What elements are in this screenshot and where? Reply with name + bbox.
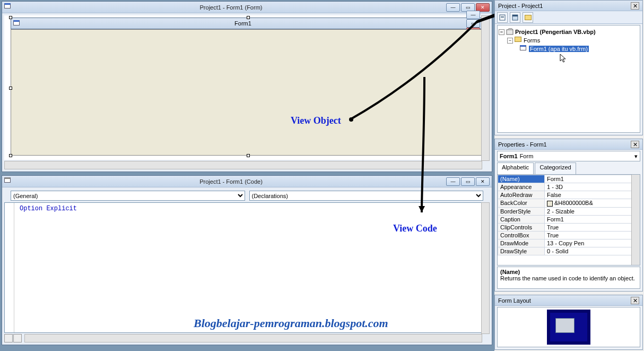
scrollbar-horizontal[interactable]: [4, 161, 482, 169]
mdi-client-area: Project1 - Form1 (Form) — ▭ ✕ Form1 — ▭ …: [0, 0, 494, 351]
form-layout-panel: Form Layout ✕: [494, 295, 643, 350]
form-layout-title: Form Layout: [498, 297, 631, 304]
svg-rect-6: [507, 30, 513, 35]
minimize-button[interactable]: —: [446, 177, 460, 186]
tree-project-node[interactable]: − Project1 (Pengertian VB.vbp): [499, 28, 639, 36]
annotation-view-code: View Code: [393, 223, 437, 234]
scrollbar-horizontal[interactable]: [24, 334, 482, 343]
form-dotgrid[interactable]: [11, 29, 483, 156]
form-preview-title: Form1: [20, 20, 466, 27]
property-row[interactable]: ClipControlsTrue: [498, 223, 640, 231]
project-panel-title: Project - Project1: [498, 3, 631, 9]
toggle-folders-button[interactable]: [523, 12, 533, 23]
object-selector[interactable]: Form1 Form ▾: [497, 151, 640, 161]
scrollbar-vertical[interactable]: [481, 15, 490, 161]
svg-rect-5: [512, 15, 518, 16]
designer-surface[interactable]: Form1 — ▭ ✕: [4, 15, 490, 160]
code-line: Option Explicit: [20, 205, 77, 212]
resize-handle[interactable]: [247, 154, 250, 157]
property-row[interactable]: DrawStyle0 - Solid: [498, 247, 640, 255]
form-icon: [4, 3, 13, 12]
object-combobox[interactable]: (General): [11, 191, 245, 201]
annotation-view-object: View Object: [291, 115, 341, 126]
property-row[interactable]: Appearance1 - 3D: [498, 183, 640, 191]
form-designer-titlebar[interactable]: Project1 - Form1 (Form) — ▭ ✕: [2, 2, 492, 13]
code-window-titlebar[interactable]: Project1 - Form1 (Code) — ▭ ✕: [2, 176, 492, 187]
maximize-button[interactable]: ▭: [461, 177, 475, 186]
property-row[interactable]: BorderStyle2 - Sizable: [498, 207, 640, 215]
view-object-button[interactable]: [510, 12, 520, 23]
close-button[interactable]: ✕: [476, 177, 490, 186]
tab-categorized[interactable]: Categorized: [535, 162, 576, 174]
property-description: (Name) Returns the name used in code to …: [497, 267, 640, 289]
resize-handle[interactable]: [9, 87, 12, 90]
close-button[interactable]: ✕: [631, 297, 639, 304]
property-row[interactable]: (Name)Form1: [498, 175, 640, 183]
code-editor[interactable]: Option Explicit: [4, 202, 490, 333]
code-icon: [4, 177, 13, 186]
property-row[interactable]: ControlBoxTrue: [498, 231, 640, 239]
resize-handle[interactable]: [9, 154, 12, 157]
maximize-button[interactable]: ▭: [466, 19, 480, 28]
tab-alphabetic[interactable]: Alphabetic: [497, 162, 534, 174]
minimize-button[interactable]: —: [466, 11, 480, 19]
project-tree[interactable]: − Project1 (Pengertian VB.vbp) − Forms F…: [497, 25, 640, 133]
scrollbar-vertical[interactable]: [631, 175, 640, 265]
close-button[interactable]: ✕: [631, 141, 639, 148]
property-row[interactable]: BackColor&H8000000B&: [498, 199, 640, 208]
code-gutter: [5, 203, 14, 332]
folder-icon: [515, 37, 522, 44]
form-icon: [520, 45, 527, 53]
properties-grid[interactable]: (Name)Form1Appearance1 - 3DAutoRedrawFal…: [497, 174, 640, 266]
properties-panel: Properties - Form1 ✕ Form1 Form ▾ Alphab…: [494, 139, 643, 292]
form-preview[interactable]: Form1 — ▭ ✕: [11, 18, 483, 156]
tree-form-node[interactable]: Form1 (apa itu vb.frm): [499, 45, 639, 53]
expander-icon[interactable]: −: [499, 29, 504, 35]
watermark-text: Blogbelajar-pemrograman.blogspot.com: [194, 316, 388, 330]
view-code-button[interactable]: [497, 12, 508, 23]
resize-handle[interactable]: [247, 16, 250, 19]
property-row[interactable]: CaptionForm1: [498, 215, 640, 223]
form-layout-body[interactable]: [497, 307, 640, 347]
code-window-title: Project1 - Form1 (Code): [16, 178, 446, 185]
tree-folder-node[interactable]: − Forms: [499, 36, 639, 45]
form-designer-title: Project1 - Form1 (Form): [16, 4, 446, 11]
project-toolbar: [495, 11, 642, 24]
properties-panel-title: Properties - Form1: [498, 141, 631, 148]
form-icon: [13, 20, 20, 27]
monitor-preview[interactable]: [547, 310, 590, 345]
minimize-button[interactable]: —: [446, 3, 460, 12]
property-row[interactable]: AutoRedrawFalse: [498, 191, 640, 199]
scrollbar-vertical[interactable]: [481, 202, 490, 334]
chevron-down-icon: ▾: [634, 153, 638, 160]
form-designer-window: Project1 - Form1 (Form) — ▭ ✕ Form1 — ▭ …: [2, 1, 492, 172]
procedure-combobox[interactable]: (Declarations): [249, 191, 484, 201]
project-icon: [506, 28, 514, 36]
project-explorer-panel: Project - Project1 ✕ − Project1 (Pengert…: [494, 0, 643, 135]
resize-handle[interactable]: [9, 16, 12, 19]
property-row[interactable]: DrawMode13 - Copy Pen: [498, 239, 640, 247]
full-module-view-button[interactable]: [13, 334, 22, 343]
close-button[interactable]: ✕: [631, 2, 639, 10]
procedure-view-button[interactable]: [4, 334, 13, 343]
cursor-icon: [559, 53, 568, 64]
expander-icon[interactable]: −: [507, 38, 513, 44]
